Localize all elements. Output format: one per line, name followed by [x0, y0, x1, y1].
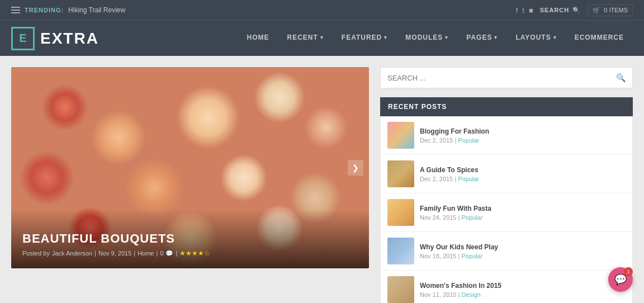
hero-overlay: BEAUTIFUL BOUQUETS Posted by Jack Anders… — [11, 209, 369, 268]
post-title[interactable]: Women's Fashion In 2015 — [420, 282, 501, 290]
post-info: Why Our Kids Need Play Nov 18, 2015 | Po… — [420, 243, 498, 259]
post-title[interactable]: A Guide To Spices — [420, 166, 479, 174]
topbar: TRENDING: Hiking Trail Review f t ■ SEAR… — [0, 0, 644, 20]
recent-post-item: Women's Fashion In 2015 Nov 11, 2015 | D… — [381, 271, 632, 303]
post-title[interactable]: Family Fun With Pasta — [420, 205, 491, 212]
post-info: A Guide To Spices Dec 2, 2015 | Popular — [420, 166, 479, 182]
main-nav: HOME RECENT ▾ FEATURED ▾ MODULES ▾ PAGES… — [238, 21, 633, 56]
recent-post-item: A Guide To Spices Dec 2, 2015 | Popular — [381, 155, 632, 193]
trending-label: TRENDING: — [25, 7, 64, 13]
search-input[interactable] — [387, 74, 616, 82]
post-info: Family Fun With Pasta Nov 24, 2015 | Pop… — [420, 205, 491, 221]
meta-separator2: | — [134, 250, 135, 257]
meta-date: Nov 9, 2015 — [98, 250, 131, 257]
navbar: E EXTRA HOME RECENT ▾ FEATURED ▾ MODULES… — [0, 20, 644, 56]
nav-item-layouts[interactable]: LAYOUTS ▾ — [506, 21, 565, 56]
post-tag[interactable]: Popular — [461, 253, 482, 259]
post-tag[interactable]: Popular — [458, 137, 479, 144]
twitter-icon[interactable]: t — [522, 6, 524, 15]
sidebar: 🔍 RECENT POSTS Blogging For Fashion Dec … — [380, 67, 633, 303]
search-icon: 🔍 — [572, 7, 581, 14]
nav-item-modules[interactable]: MODULES ▾ — [396, 21, 457, 56]
instagram-icon[interactable]: ■ — [529, 6, 533, 15]
meta-category[interactable]: Home — [138, 250, 154, 257]
post-info: Women's Fashion In 2015 Nov 11, 2015 | D… — [420, 282, 501, 298]
post-thumbnail — [387, 122, 414, 149]
logo[interactable]: E EXTRA — [11, 27, 99, 50]
search-box: 🔍 — [380, 67, 633, 88]
logo-icon: E — [11, 27, 35, 50]
meta-separator4: | — [176, 250, 177, 257]
post-tag[interactable]: Popular — [458, 176, 479, 182]
post-title[interactable]: Why Our Kids Need Play — [420, 243, 498, 251]
chat-badge: 1 — [624, 267, 633, 276]
featured-post-title: BEAUTIFUL BOUQUETS — [22, 231, 358, 246]
post-date: Nov 24, 2015 | Popular — [420, 214, 491, 221]
chevron-down-icon: ▾ — [384, 35, 387, 40]
chat-icon: 💬 — [614, 273, 627, 286]
next-slide-button[interactable]: ❯ — [348, 160, 363, 176]
post-tag[interactable]: Design — [461, 291, 480, 298]
recent-post-item: Family Fun With Pasta Nov 24, 2015 | Pop… — [381, 193, 632, 232]
meta-separator3: | — [156, 250, 158, 257]
post-date: Nov 11, 2015 | Design — [420, 291, 501, 298]
logo-text: EXTRA — [40, 30, 99, 48]
meta-comments: 0 — [160, 250, 163, 257]
nav-item-ecommerce[interactable]: ECOMMERCE — [566, 21, 633, 56]
recent-post-item: Blogging For Fashion Dec 2, 2015 | Popul… — [381, 116, 632, 155]
cart-label: 0 ITEMS — [604, 7, 628, 13]
comment-icon: 💬 — [165, 250, 173, 257]
post-date: Nov 18, 2015 | Popular — [420, 253, 498, 259]
nav-item-featured[interactable]: FEATURED ▾ — [333, 21, 396, 56]
post-date: Dec 2, 2015 | Popular — [420, 137, 489, 144]
post-date: Dec 2, 2015 | Popular — [420, 176, 479, 182]
chat-bubble[interactable]: 💬 1 — [608, 267, 633, 292]
recent-posts-widget: RECENT POSTS Blogging For Fashion Dec 2,… — [380, 97, 633, 303]
post-thumbnail — [387, 199, 414, 226]
featured-post-meta: Posted by Jack Anderson | Nov 9, 2015 | … — [22, 249, 358, 257]
topbar-left: TRENDING: Hiking Trail Review — [11, 6, 125, 14]
main-content: ❯ BEAUTIFUL BOUQUETS Posted by Jack Ande… — [0, 56, 644, 303]
post-thumbnail — [387, 160, 414, 187]
recent-posts-title: RECENT POSTS — [380, 97, 633, 116]
chevron-down-icon: ▾ — [494, 35, 498, 40]
meta-separator: | — [94, 250, 96, 257]
recent-post-item: Why Our Kids Need Play Nov 18, 2015 | Po… — [381, 232, 632, 271]
post-title[interactable]: Blogging For Fashion — [420, 127, 489, 135]
nav-item-home[interactable]: HOME — [238, 21, 278, 56]
meta-prefix: Posted by — [22, 250, 50, 257]
search-label: SEARCH — [540, 7, 569, 13]
search-submit-icon[interactable]: 🔍 — [616, 73, 626, 82]
chevron-down-icon: ▾ — [445, 35, 448, 40]
chevron-down-icon: ▾ — [320, 35, 324, 40]
facebook-icon[interactable]: f — [516, 6, 518, 15]
post-thumbnail — [387, 238, 414, 264]
nav-item-recent[interactable]: RECENT ▾ — [278, 21, 333, 56]
nav-item-pages[interactable]: PAGES ▾ — [457, 21, 506, 56]
hero-image: ❯ BEAUTIFUL BOUQUETS Posted by Jack Ande… — [11, 67, 369, 268]
trending-link[interactable]: Hiking Trail Review — [68, 6, 125, 14]
chevron-down-icon: ▾ — [553, 35, 557, 40]
post-tag[interactable]: Popular — [461, 214, 482, 221]
star-rating: ★★★★☆ — [179, 249, 210, 257]
meta-author[interactable]: Jack Anderson — [52, 250, 92, 257]
cart-area[interactable]: 🛒 0 ITEMS — [588, 4, 633, 16]
social-icons: f t ■ — [516, 6, 533, 15]
cart-icon: 🛒 — [593, 7, 600, 14]
topbar-search[interactable]: SEARCH 🔍 — [540, 7, 581, 14]
hamburger-menu[interactable] — [11, 7, 20, 13]
recent-posts-body: Blogging For Fashion Dec 2, 2015 | Popul… — [380, 116, 633, 303]
post-info: Blogging For Fashion Dec 2, 2015 | Popul… — [420, 127, 489, 144]
featured-section: ❯ BEAUTIFUL BOUQUETS Posted by Jack Ande… — [11, 67, 369, 303]
topbar-right: f t ■ SEARCH 🔍 🛒 0 ITEMS — [516, 4, 633, 16]
post-thumbnail — [387, 276, 414, 303]
